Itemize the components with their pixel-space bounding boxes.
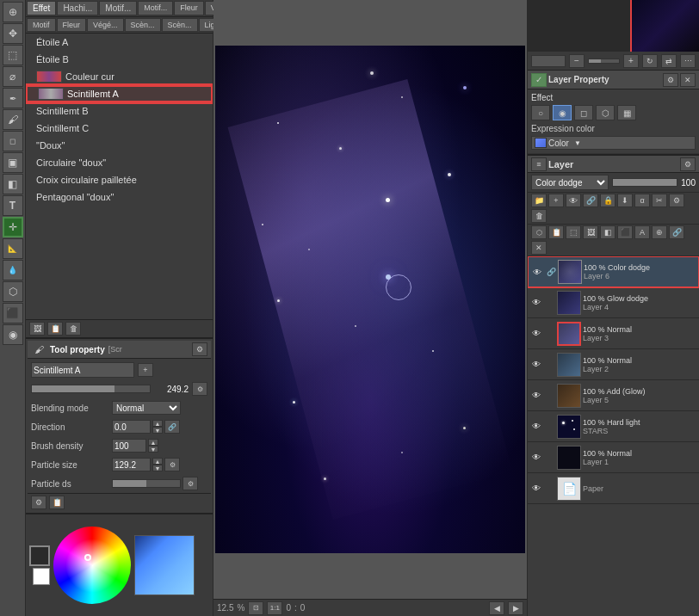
- foreground-color[interactable]: [29, 545, 50, 566]
- layer-eye-3[interactable]: 👁: [529, 327, 543, 341]
- layer-item-4[interactable]: 👁 100 % Glow dodge Layer 4: [528, 287, 699, 318]
- link-button[interactable]: 🔗: [583, 194, 598, 207]
- layer-btn3[interactable]: ⬚: [566, 225, 581, 239]
- copy-brush-button[interactable]: 📋: [47, 322, 63, 336]
- layer-btn10[interactable]: ✕: [531, 241, 547, 255]
- layer-item-2[interactable]: 👁 100 % Normal Layer 2: [528, 349, 699, 380]
- density-up[interactable]: ▲: [148, 439, 158, 446]
- effect-circle-btn[interactable]: ○: [531, 105, 550, 120]
- layer-eye-6[interactable]: 👁: [530, 265, 544, 279]
- particle-size-input[interactable]: [112, 458, 151, 471]
- layer-btn6[interactable]: ⬛: [617, 225, 633, 239]
- direction-down[interactable]: ▼: [152, 427, 163, 434]
- zoom-tool[interactable]: ⊕: [3, 2, 23, 22]
- layer-btn4[interactable]: 🖼: [583, 225, 598, 239]
- layer-btn9[interactable]: 🔗: [669, 225, 684, 239]
- blending-mode-select[interactable]: Normal: [112, 401, 181, 415]
- canvas-container[interactable]: [213, 0, 527, 599]
- canvas-thumbnail[interactable]: [630, 0, 699, 52]
- layer-settings-button[interactable]: ⚙: [669, 194, 684, 207]
- direction-input[interactable]: [112, 420, 151, 434]
- prev-frame-button[interactable]: ◀: [489, 601, 504, 615]
- lasso-tool[interactable]: ⌀: [3, 66, 23, 87]
- tab-scene[interactable]: Scèn...: [125, 18, 161, 32]
- effect-square-btn[interactable]: ◻: [574, 105, 593, 120]
- transform-tool[interactable]: ✛: [3, 217, 23, 237]
- tool-settings-button[interactable]: ⚙: [192, 342, 207, 356]
- brush-circulaire-doux[interactable]: Circulaire "doux": [26, 154, 213, 171]
- text-tool[interactable]: T: [3, 195, 23, 216]
- delete-brush-button[interactable]: 🗑: [65, 322, 81, 336]
- tab-scene2[interactable]: Scèn...: [162, 18, 198, 32]
- tab-motif[interactable]: Motif...: [99, 1, 137, 15]
- tab-fleur[interactable]: Fleur: [174, 1, 204, 15]
- zoom-input[interactable]: 12.5: [531, 55, 566, 67]
- layer-item-stars[interactable]: 👁 100 % Hard light STARS: [528, 411, 699, 442]
- layer-eye-4[interactable]: 👁: [529, 296, 543, 310]
- psize-settings-icon[interactable]: ⚙: [164, 458, 180, 471]
- layer-eye-stars[interactable]: 👁: [529, 420, 543, 434]
- brush-etoile-a[interactable]: Étoile A: [26, 34, 213, 51]
- layer-item-1[interactable]: 👁 100 % Normal Layer 1: [528, 442, 699, 473]
- layer-item-3[interactable]: 👁 100 % Normal Layer 3: [528, 318, 699, 349]
- density-down[interactable]: ▼: [148, 446, 158, 453]
- tab-fleur2[interactable]: Fleur: [57, 18, 87, 32]
- rotate-button[interactable]: ↻: [642, 54, 658, 68]
- ruler-tool[interactable]: 📐: [3, 238, 23, 259]
- color-square[interactable]: [134, 535, 195, 595]
- effect-hex-btn[interactable]: ⬡: [596, 105, 615, 120]
- psize-up[interactable]: ▲: [152, 458, 163, 465]
- layer-eye-2[interactable]: 👁: [529, 358, 543, 372]
- layer-btn8[interactable]: ⊕: [652, 225, 667, 239]
- add-size-button[interactable]: +: [138, 363, 153, 377]
- effect-more-btn[interactable]: ▦: [617, 105, 636, 120]
- next-frame-button[interactable]: ▶: [508, 601, 523, 615]
- fill-tool[interactable]: ▣: [3, 152, 23, 173]
- 3d-tool[interactable]: ⬡: [3, 281, 23, 302]
- layer-btn1[interactable]: ⬡: [531, 225, 547, 239]
- zoom-fit-button[interactable]: ⊡: [248, 601, 263, 615]
- layer-prop-settings[interactable]: ⚙: [663, 73, 678, 87]
- layer-btn5[interactable]: ◧: [600, 225, 615, 239]
- layer-item-5[interactable]: 👁 100 % Add (Glow) Layer 5: [528, 380, 699, 411]
- layer-eye-5[interactable]: 👁: [529, 389, 543, 403]
- psize-down[interactable]: ▼: [152, 465, 163, 471]
- layer-clip-button[interactable]: ✂: [652, 194, 667, 207]
- zoom-100-button[interactable]: 1:1: [267, 601, 282, 615]
- pds-settings-icon[interactable]: ⚙: [182, 477, 198, 490]
- tool-bottom-btn1[interactable]: ⚙: [31, 496, 46, 509]
- brush-scintillemt-a[interactable]: Scintillemt A: [26, 85, 213, 102]
- color-dropdown[interactable]: Color ▼: [531, 136, 696, 150]
- move-tool[interactable]: ✥: [3, 23, 23, 44]
- color-tool[interactable]: ◉: [3, 324, 23, 345]
- new-folder-button[interactable]: 📁: [531, 194, 547, 207]
- tab-vege2[interactable]: Végé...: [87, 18, 124, 32]
- brush-scintillemt-b[interactable]: Scintillemt B: [26, 102, 213, 120]
- tab-motif3[interactable]: Motif: [27, 18, 56, 32]
- layer-item-paper[interactable]: 👁 📄 Paper: [528, 473, 699, 504]
- brush-density-input[interactable]: [112, 439, 146, 453]
- layer-item-6[interactable]: 👁 🔗 100 % Color dodge Layer 6: [528, 256, 699, 287]
- effect-circle2-btn[interactable]: ◉: [553, 105, 572, 120]
- delete-layer-button[interactable]: 🗑: [531, 209, 547, 223]
- brush-doux[interactable]: "Doux": [26, 137, 213, 154]
- alpha-lock-button[interactable]: α: [634, 194, 650, 207]
- eyedropper-tool[interactable]: 💧: [3, 260, 23, 280]
- tab-hachi[interactable]: Hachi...: [57, 1, 98, 15]
- layer-btn7[interactable]: A: [634, 225, 650, 239]
- layer-eye-1[interactable]: 👁: [529, 451, 543, 465]
- flip-button[interactable]: ⇄: [661, 54, 677, 68]
- layer-prop-close[interactable]: ✕: [680, 73, 696, 87]
- background-color[interactable]: [33, 568, 50, 585]
- tab-effet[interactable]: Effet: [27, 1, 56, 15]
- brush-etoile-b[interactable]: Étoile B: [26, 51, 213, 68]
- gradient-tool[interactable]: ◧: [3, 174, 23, 194]
- size-settings-icon[interactable]: ⚙: [192, 382, 207, 396]
- brush-scintillemt-c[interactable]: Scintillemt C: [26, 120, 213, 137]
- tab-motif2[interactable]: Motif...: [138, 1, 173, 15]
- pen-tool[interactable]: ✒: [3, 88, 23, 108]
- lock-button[interactable]: 🔒: [600, 194, 615, 207]
- eraser-tool[interactable]: ◻: [3, 131, 23, 151]
- brush-couleur-cur[interactable]: Couleur cur: [26, 68, 213, 85]
- eye-all-button[interactable]: 👁: [566, 194, 581, 207]
